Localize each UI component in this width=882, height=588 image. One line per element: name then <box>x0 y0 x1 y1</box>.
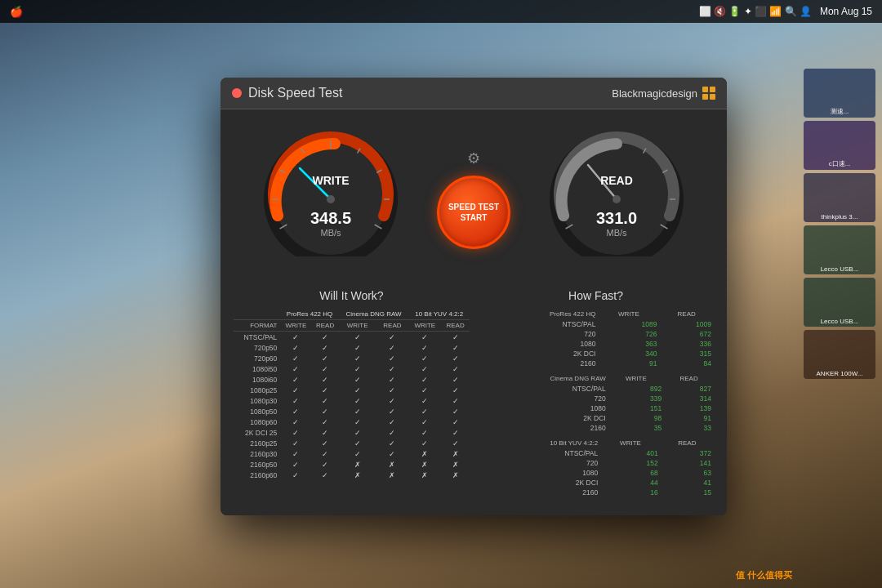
speed-read-val: 827 <box>664 384 714 394</box>
speed-tables: ProRes 422 HQWRITEREADNTSC/PAL1089100972… <box>478 309 714 497</box>
tables-area: Will It Work? ProRes 422 HQ Cinema DNG R… <box>220 289 727 515</box>
table-row: 1080p30✓✓✓✓✓✓ <box>234 395 470 406</box>
speed-row: NTSC/PAL892827 <box>478 384 714 394</box>
close-button[interactable] <box>232 88 242 98</box>
thumb-1[interactable]: 测速... <box>804 69 875 118</box>
read-col-header: READ <box>664 373 714 384</box>
thumb-4[interactable]: Lecco USB... <box>804 225 875 274</box>
cell-value: ✓ <box>311 416 338 427</box>
gauges-area: WRITE 348.5 MB/s ⚙ SPEED TEST START <box>220 109 727 289</box>
speed-read-val: 1009 <box>659 319 714 329</box>
thumb-2[interactable]: c口速... <box>804 121 875 170</box>
cell-value: ✗ <box>339 470 376 480</box>
speed-read-val: 314 <box>664 394 714 403</box>
speed-row: 21603533 <box>478 423 714 433</box>
compat-table: ProRes 422 HQ Cinema DNG RAW 10 Bit YUV … <box>234 309 470 480</box>
cell-value: ✓ <box>339 385 376 395</box>
section-label: Cinema DNG RAW <box>478 373 608 384</box>
cell-value: ✓ <box>339 374 376 385</box>
cell-value: ✓ <box>441 385 470 395</box>
cell-value: ✓ <box>408 438 441 448</box>
cell-value: ✓ <box>311 332 338 343</box>
speed-write-val: 892 <box>608 384 664 394</box>
row-label: 1080i60 <box>234 374 280 385</box>
cell-value: ✓ <box>311 459 338 470</box>
speed-row-label: 1080 <box>478 403 608 413</box>
how-fast-header: How Fast? <box>478 289 714 302</box>
speed-row: 720152141 <box>478 458 714 468</box>
table-row: 1080p50✓✓✓✓✓✓ <box>234 406 470 416</box>
thumb-5[interactable]: Lecco USB... <box>804 278 875 327</box>
speed-write-val: 1089 <box>598 319 659 329</box>
row-label: 720p60 <box>234 353 280 363</box>
speed-read-val: 15 <box>661 488 714 497</box>
speed-section: Cinema DNG RAWWRITEREADNTSC/PAL892827720… <box>478 373 714 433</box>
speed-row-label: 720 <box>478 458 600 468</box>
apple-menu[interactable]: 🍎 <box>10 6 23 18</box>
cell-value: ✓ <box>408 353 441 363</box>
rd-h1: READ <box>311 320 338 332</box>
speed-row: 720339314 <box>478 394 714 403</box>
cell-value: ✓ <box>280 342 311 353</box>
table-row: 2160p25✓✓✓✓✓✓ <box>234 438 470 448</box>
brand-dot-1 <box>702 87 708 92</box>
menubar-date: Mon Aug 15 <box>820 6 872 17</box>
write-col-header: WRITE <box>600 438 660 448</box>
thumb-3[interactable]: thinkplus 3... <box>804 173 875 222</box>
read-gauge: READ 331.0 MB/s <box>535 126 698 273</box>
table-row: 1080i50✓✓✓✓✓✓ <box>234 363 470 374</box>
will-it-work-section: Will It Work? ProRes 422 HQ Cinema DNG R… <box>234 289 470 502</box>
speed-row-label: 2160 <box>478 359 598 368</box>
thumb-2-label: c口速... <box>805 159 874 168</box>
brand-dot-2 <box>710 87 715 92</box>
titlebar: Disk Speed Test Blackmagicdesign <box>220 78 727 109</box>
row-label: 2160p25 <box>234 438 280 448</box>
cell-value: ✓ <box>339 395 376 406</box>
cell-value: ✗ <box>408 448 441 459</box>
svg-text:MB/s: MB/s <box>320 228 341 238</box>
speed-row-label: 2K DCI <box>478 413 608 423</box>
menubar-right: ⬜ 🔇 🔋 ✦ ⬛ 📶 🔍 👤 Mon Aug 15 <box>699 6 872 17</box>
speed-write-val: 340 <box>598 349 659 359</box>
cell-value: ✓ <box>280 395 311 406</box>
start-button[interactable]: SPEED TEST START <box>437 176 510 249</box>
cell-value: ✓ <box>441 406 470 416</box>
speed-row-label: NTSC/PAL <box>478 319 598 329</box>
speed-row-label: 1080 <box>478 468 600 478</box>
speed-row-label: 2160 <box>478 423 608 433</box>
write-col-header: WRITE <box>608 373 664 384</box>
row-label: 1080p25 <box>234 385 280 395</box>
cell-value: ✓ <box>280 374 311 385</box>
speed-row: 2K DCI9891 <box>478 413 714 423</box>
cell-value: ✓ <box>408 385 441 395</box>
speed-write-val: 363 <box>598 339 659 349</box>
table-row: 1080i60✓✓✓✓✓✓ <box>234 374 470 385</box>
speed-read-val: 41 <box>661 478 714 488</box>
cell-value: ✓ <box>339 427 376 438</box>
table-row: 2K DCI 25✓✓✓✓✓✓ <box>234 427 470 438</box>
svg-text:348.5: 348.5 <box>310 209 351 227</box>
settings-icon[interactable]: ⚙ <box>467 149 480 167</box>
cell-value: ✓ <box>408 374 441 385</box>
speed-row: 1080363336 <box>478 339 714 349</box>
speed-write-val: 68 <box>600 468 660 478</box>
speed-row: 2K DCI4441 <box>478 478 714 488</box>
speed-read-val: 141 <box>661 458 714 468</box>
will-it-work-header: Will It Work? <box>234 289 470 302</box>
row-label: 2160p50 <box>234 459 280 470</box>
speed-row-label: 2160 <box>478 488 600 497</box>
cell-value: ✓ <box>280 385 311 395</box>
cell-value: ✓ <box>376 374 409 385</box>
cell-value: ✓ <box>280 406 311 416</box>
cell-value: ✓ <box>311 353 338 363</box>
write-gauge: WRITE 348.5 MB/s <box>249 126 412 273</box>
speed-table: 10 Bit YUV 4:2:2WRITEREADNTSC/PAL4013727… <box>478 438 714 497</box>
thumb-6[interactable]: ANKER 100W... <box>804 330 875 379</box>
svg-text:MB/s: MB/s <box>606 228 627 238</box>
cell-value: ✓ <box>311 385 338 395</box>
speed-row: 1080151139 <box>478 403 714 413</box>
start-line1: SPEED TEST <box>448 202 499 212</box>
cell-value: ✓ <box>441 374 470 385</box>
cell-value: ✓ <box>441 342 470 353</box>
speed-read-val: 84 <box>659 359 714 368</box>
